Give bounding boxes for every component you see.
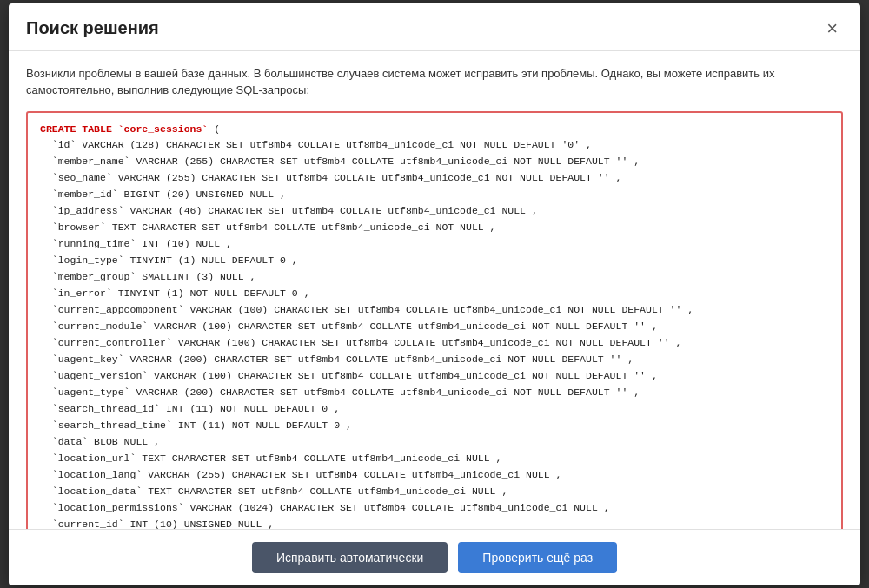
modal-footer: Исправить автоматически Проверить ещё ра… [9, 529, 860, 585]
sql-code-block: CREATE TABLE `core_sessions` ( `id` VARC… [26, 111, 843, 529]
modal-title: Поиск решения [26, 18, 159, 38]
modal-overlay: Поиск решения × Возникли проблемы в ваше… [0, 0, 869, 588]
check-again-button[interactable]: Проверить ещё раз [458, 542, 617, 573]
close-button[interactable]: × [821, 17, 843, 40]
modal-dialog: Поиск решения × Возникли проблемы в ваше… [9, 3, 860, 585]
create-table-keyword: CREATE TABLE `core_sessions` [40, 123, 208, 135]
description-text: Возникли проблемы в вашей базе данных. В… [26, 65, 843, 99]
modal-body: Возникли проблемы в вашей базе данных. В… [9, 51, 860, 529]
auto-fix-button[interactable]: Исправить автоматически [252, 542, 448, 573]
modal-header: Поиск решения × [9, 3, 860, 51]
